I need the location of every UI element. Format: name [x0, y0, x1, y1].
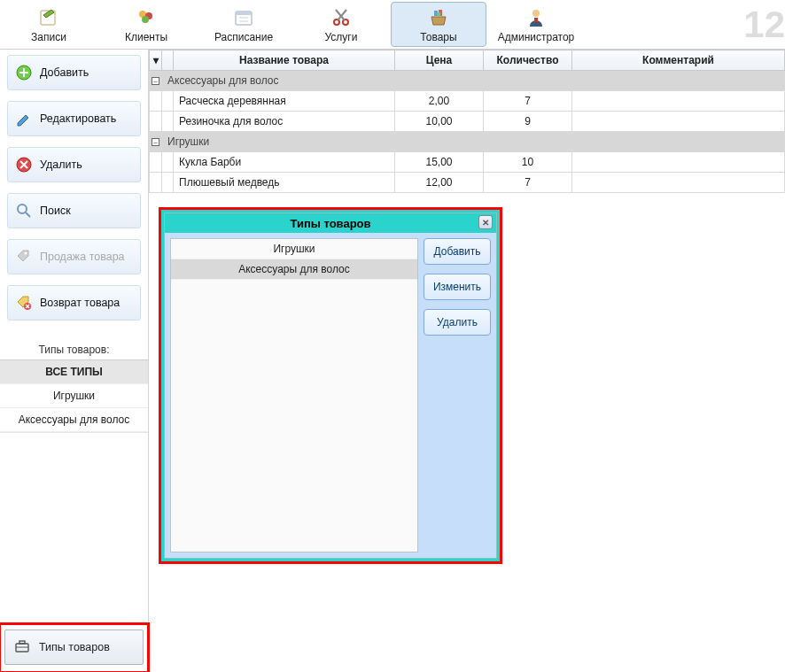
table-row[interactable]: Расческа деревянная 2,00 7: [150, 91, 785, 112]
svg-line-18: [26, 212, 30, 217]
table-corner[interactable]: [162, 50, 174, 71]
list-item[interactable]: Игрушки: [171, 239, 417, 259]
calendar-icon: [232, 6, 255, 29]
toolbar-admin-label: Администратор: [498, 31, 575, 43]
cell-qty: 7: [484, 91, 572, 112]
table-corner[interactable]: ▾: [150, 50, 162, 71]
cell-comment: [572, 173, 785, 193]
sidebar-add-label: Добавить: [40, 66, 89, 79]
cell-comment: [572, 152, 785, 173]
collapse-icon[interactable]: −: [152, 138, 159, 146]
cell-comment: [572, 112, 785, 132]
col-name[interactable]: Название товара: [174, 50, 395, 71]
page-number: 12: [743, 0, 785, 50]
cell-price: 15,00: [395, 152, 484, 173]
sidebar-edit-button[interactable]: Редактировать: [7, 101, 141, 136]
group-title: Аксессуары для волос: [162, 71, 785, 91]
sidebar-add-button[interactable]: Добавить: [7, 55, 141, 90]
group-title: Игрушки: [162, 132, 785, 152]
briefcase-icon: [14, 638, 30, 657]
toolbar-records[interactable]: Записи: [1, 2, 97, 47]
collapse-icon[interactable]: −: [152, 77, 159, 85]
col-price[interactable]: Цена: [395, 50, 484, 71]
toolbar-schedule[interactable]: Расписание: [196, 2, 291, 47]
type-item[interactable]: Аксессуары для волос: [0, 408, 148, 432]
svg-rect-14: [534, 18, 538, 22]
lens-icon: [15, 202, 33, 220]
table-row[interactable]: Плюшевый медведь 12,00 7: [150, 173, 785, 193]
sidebar-search-button[interactable]: Поиск: [7, 193, 141, 228]
cell-price: 2,00: [395, 91, 484, 112]
types-dialog-highlight: Типы товаров ✕ Игрушки Аксессуары для во…: [159, 207, 502, 564]
main-toolbar: Записи Клиенты Расписание Услуги Товары: [0, 0, 785, 50]
toolbar-services-label: Услуги: [325, 31, 358, 43]
svg-point-13: [532, 10, 540, 17]
pencil-blue-icon: [15, 110, 33, 127]
cell-price: 12,00: [395, 173, 484, 193]
sidebar-spacer: [0, 433, 148, 624]
plus-green-icon: [15, 64, 33, 81]
types-button-highlight: Типы товаров: [0, 624, 148, 672]
types-list: ВСЕ ТИПЫ Игрушки Аксессуары для волос: [0, 359, 148, 433]
sidebar-return-button[interactable]: Возврат товара: [7, 285, 141, 321]
admin-icon: [525, 6, 548, 29]
products-table: ▾ Название товара Цена Количество Коммен…: [149, 50, 785, 193]
list-item[interactable]: Аксессуары для волос: [171, 259, 417, 280]
types-section-title: Типы товаров:: [0, 344, 148, 356]
sidebar-sale-button: Продажа товара: [7, 239, 141, 274]
sidebar-delete-button[interactable]: Удалить: [7, 147, 141, 182]
close-icon[interactable]: ✕: [478, 215, 493, 229]
sidebar-delete-label: Удалить: [40, 158, 82, 171]
toolbar-products[interactable]: Товары: [391, 2, 486, 47]
sidebar-return-label: Возврат товара: [40, 297, 120, 309]
dialog-buttons: Добавить Изменить Удалить: [422, 233, 496, 558]
cell-qty: 9: [484, 112, 572, 132]
sidebar-edit-label: Редактировать: [40, 112, 116, 125]
toolbar-clients[interactable]: Клиенты: [98, 2, 194, 47]
app-window: Записи Клиенты Расписание Услуги Товары: [0, 0, 785, 672]
col-qty[interactable]: Количество: [484, 50, 572, 71]
dialog-title-bar: Типы товаров ✕: [165, 213, 496, 233]
tag-x-icon: [15, 294, 33, 312]
types-button[interactable]: Типы товаров: [4, 630, 144, 665]
dialog-title: Типы товаров: [290, 217, 370, 230]
cell-name: Кукла Барби: [174, 152, 395, 173]
dialog-types-list[interactable]: Игрушки Аксессуары для волос: [170, 238, 418, 552]
group-row[interactable]: − Игрушки: [150, 132, 785, 152]
cell-qty: 10: [484, 152, 572, 173]
cell-comment: [572, 91, 785, 112]
table-row[interactable]: Резиночка для волос 10,00 9: [150, 112, 785, 132]
type-item[interactable]: Игрушки: [0, 384, 148, 408]
sidebar-search-label: Поиск: [40, 205, 71, 217]
dialog-delete-button[interactable]: Удалить: [424, 309, 491, 336]
x-red-icon: [15, 156, 33, 174]
pencil-note-icon: [37, 6, 60, 29]
basket-icon: [427, 6, 450, 29]
svg-point-17: [18, 205, 27, 213]
dialog-edit-button[interactable]: Изменить: [424, 274, 491, 300]
cell-qty: 7: [484, 173, 572, 193]
cell-name: Плюшевый медведь: [174, 173, 395, 193]
types-dialog: Типы товаров ✕ Игрушки Аксессуары для во…: [164, 212, 497, 559]
group-row[interactable]: − Аксессуары для волос: [150, 71, 785, 91]
svg-point-3: [142, 16, 149, 23]
toolbar-admin[interactable]: Администратор: [488, 2, 584, 47]
col-comment[interactable]: Комментарий: [572, 50, 785, 71]
svg-rect-22: [19, 641, 25, 644]
dialog-body: Игрушки Аксессуары для волос Добавить Из…: [165, 233, 496, 558]
dialog-add-button[interactable]: Добавить: [424, 238, 491, 265]
cell-name: Расческа деревянная: [174, 91, 395, 112]
toolbar-clients-label: Клиенты: [125, 31, 167, 43]
toolbar-products-label: Товары: [420, 31, 456, 43]
cell-name: Резиночка для волос: [174, 112, 395, 132]
toolbar-services[interactable]: Услуги: [293, 2, 389, 47]
cell-price: 10,00: [395, 112, 484, 132]
tag-icon: [15, 248, 33, 266]
people-icon: [135, 6, 158, 29]
scissors-icon: [330, 6, 353, 29]
types-button-label: Типы товаров: [39, 641, 110, 653]
table-row[interactable]: Кукла Барби 15,00 10: [150, 152, 785, 173]
type-item-all[interactable]: ВСЕ ТИПЫ: [0, 360, 148, 384]
toolbar-records-label: Записи: [31, 31, 66, 43]
sidebar-sale-label: Продажа товара: [40, 251, 125, 263]
